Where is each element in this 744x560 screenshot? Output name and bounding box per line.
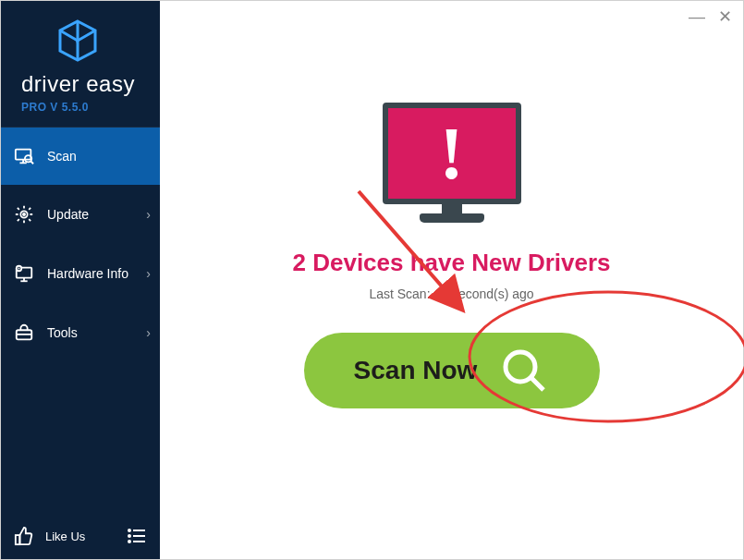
like-us-button[interactable]: Like Us [45, 530, 85, 543]
app-window: driver easy PRO V 5.5.0 Scan [0, 0, 744, 560]
monitor-search-icon [14, 146, 34, 166]
wordmark: driver easy [21, 71, 149, 97]
main-panel: — ✕ ! 2 Devices have New Drivers Last Sc… [160, 1, 743, 559]
svg-point-7 [22, 213, 26, 216]
scan-now-button[interactable]: Scan Now [304, 333, 600, 408]
sidebar-item-label: Scan [47, 149, 77, 164]
svg-point-24 [128, 541, 130, 542]
monitor-gear-icon [14, 263, 34, 284]
svg-line-5 [30, 162, 33, 164]
bottom-bar: Like Us [1, 513, 160, 559]
search-icon [499, 346, 549, 396]
monitor-alert-icon: ! [383, 103, 521, 223]
gear-update-icon [14, 204, 34, 225]
sidebar: driver easy PRO V 5.5.0 Scan [1, 1, 160, 559]
nav: Scan Update › [1, 128, 160, 513]
scan-now-label: Scan Now [354, 356, 478, 385]
sidebar-item-scan[interactable]: Scan [1, 128, 160, 185]
svg-rect-1 [16, 150, 31, 160]
logo-icon [56, 19, 149, 66]
svg-point-22 [128, 535, 130, 537]
thumbs-up-icon [14, 526, 34, 546]
sidebar-item-update[interactable]: Update › [1, 185, 160, 244]
chevron-right-icon: › [146, 207, 151, 222]
sidebar-item-label: Tools [47, 325, 78, 340]
svg-point-26 [506, 352, 535, 382]
svg-point-20 [128, 530, 130, 531]
logo-block: driver easy PRO V 5.5.0 [1, 1, 160, 128]
sidebar-item-hardware-info[interactable]: Hardware Info › [1, 244, 160, 303]
menu-icon[interactable] [127, 528, 149, 544]
svg-line-27 [531, 378, 543, 390]
headline: 2 Devices have New Drivers [293, 249, 611, 277]
chevron-right-icon: › [146, 266, 151, 281]
content: ! 2 Devices have New Drivers Last Scan: … [160, 1, 743, 559]
sidebar-item-tools[interactable]: Tools › [1, 303, 160, 362]
toolbox-icon [14, 323, 34, 343]
version-label: PRO V 5.5.0 [21, 101, 149, 114]
sidebar-item-label: Update [47, 207, 89, 222]
sidebar-item-label: Hardware Info [47, 266, 128, 281]
last-scan-text: Last Scan: 13 second(s) ago [369, 286, 533, 301]
chevron-right-icon: › [146, 325, 151, 340]
svg-point-12 [18, 268, 20, 270]
svg-rect-19 [16, 535, 20, 544]
